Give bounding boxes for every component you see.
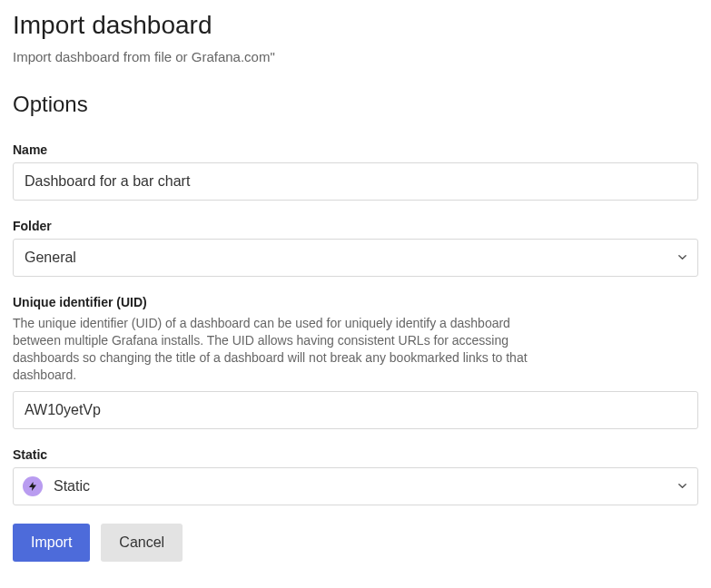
static-field: Static Static: [13, 447, 698, 505]
name-field: Name: [13, 142, 698, 201]
options-heading: Options: [13, 92, 698, 117]
uid-input[interactable]: [13, 391, 698, 429]
page-title: Import dashboard: [13, 11, 698, 40]
cancel-button[interactable]: Cancel: [101, 524, 183, 562]
name-label: Name: [13, 142, 698, 157]
folder-label: Folder: [13, 219, 698, 233]
static-select[interactable]: Static: [13, 467, 698, 505]
name-input[interactable]: [13, 162, 698, 201]
uid-label: Unique identifier (UID): [13, 295, 698, 309]
button-row: Import Cancel: [13, 524, 698, 562]
uid-field: Unique identifier (UID) The unique ident…: [13, 295, 698, 429]
static-select-value: Static: [54, 478, 90, 495]
page-subtitle: Import dashboard from file or Grafana.co…: [13, 49, 698, 64]
uid-description: The unique identifier (UID) of a dashboa…: [13, 315, 548, 384]
static-label: Static: [13, 447, 698, 462]
import-button[interactable]: Import: [13, 524, 90, 562]
folder-select-value: General: [25, 250, 76, 266]
folder-select[interactable]: General: [13, 239, 698, 277]
lightning-icon: [23, 476, 43, 496]
folder-field: Folder General: [13, 219, 698, 277]
